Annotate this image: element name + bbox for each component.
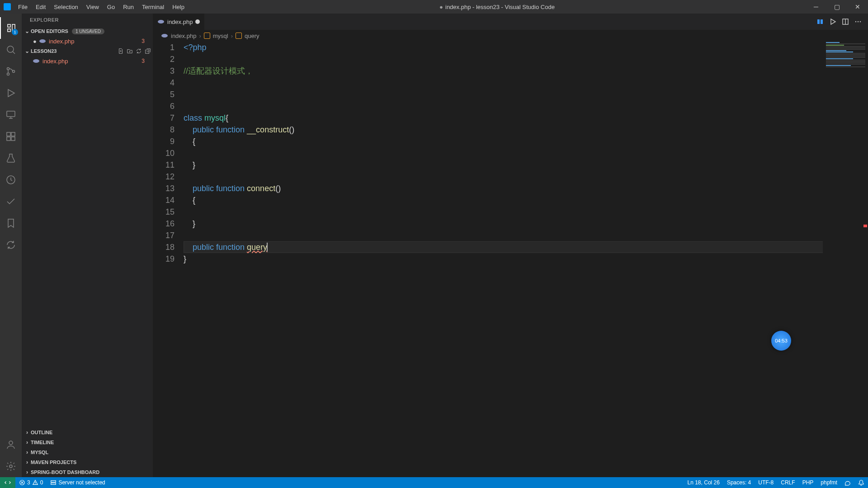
tab-bar: index.php — [153, 14, 868, 30]
status-bar: 3 0 Server not selected Ln 18, Col 26 Sp… — [0, 477, 868, 488]
maximize-button[interactable]: ▢ — [826, 0, 847, 14]
modified-dot-icon — [195, 19, 200, 24]
section-spring-boot-dashboard[interactable]: ›SPRING-BOOT DASHBOARD — [22, 467, 153, 477]
chevron-right-icon: › — [231, 33, 233, 39]
test-icon[interactable] — [0, 147, 22, 169]
svg-rect-22 — [51, 481, 56, 483]
svg-rect-6 — [11, 132, 15, 136]
svg-point-1 — [7, 68, 9, 70]
minimize-button[interactable]: ─ — [806, 0, 826, 14]
settings-gear-icon[interactable] — [0, 455, 22, 477]
menu-go[interactable]: Go — [104, 2, 118, 12]
collapse-all-icon[interactable] — [145, 48, 151, 54]
notifications-icon[interactable] — [854, 477, 868, 488]
tab-label: index.php — [167, 19, 193, 25]
class-symbol-icon — [204, 33, 210, 39]
menu-file[interactable]: File — [14, 2, 31, 12]
formatter[interactable]: phpfmt — [817, 477, 841, 488]
activity-bar: 1 — [0, 14, 22, 477]
remote-indicator[interactable] — [0, 477, 15, 488]
clock-icon[interactable] — [0, 169, 22, 191]
chevron-down-icon: ⌄ — [24, 48, 31, 54]
close-button[interactable]: ✕ — [847, 0, 868, 14]
menu-help[interactable]: Help — [169, 2, 188, 12]
chevron-down-icon: ⌄ — [24, 28, 31, 34]
editor-actions — [816, 14, 868, 30]
warning-count: 0 — [40, 479, 43, 486]
feedback-icon[interactable] — [841, 477, 854, 488]
breadcrumbs[interactable]: index.php › mysql › query — [153, 30, 868, 42]
open-editors-header[interactable]: ⌄ OPEN EDITORS 1 UNSAVED — [22, 26, 153, 36]
svg-rect-5 — [7, 132, 10, 136]
extensions-icon[interactable] — [0, 126, 22, 147]
menu-run[interactable]: Run — [119, 2, 137, 12]
refresh-icon[interactable] — [0, 234, 22, 256]
error-count: 3 — [142, 38, 145, 44]
problems-indicator[interactable]: 3 0 — [15, 477, 47, 488]
error-count: 3 — [142, 58, 145, 64]
svg-point-20 — [161, 34, 168, 38]
bookmark-icon[interactable] — [0, 212, 22, 234]
chevron-right-icon: › — [199, 33, 201, 39]
unsaved-badge: 1 UNSAVED — [72, 28, 104, 34]
language-mode[interactable]: PHP — [799, 477, 817, 488]
workspace-actions — [118, 48, 151, 54]
menu-view[interactable]: View — [83, 2, 103, 12]
workspace-label: LESSON23 — [31, 48, 57, 54]
split-editor-icon[interactable] — [842, 18, 849, 25]
chevron-right-icon: › — [24, 469, 31, 475]
section-outline[interactable]: ›OUTLINE — [22, 427, 153, 437]
breadcrumb-file[interactable]: index.php — [171, 33, 196, 39]
more-icon[interactable] — [854, 18, 862, 25]
chevron-right-icon: › — [24, 459, 31, 465]
account-icon[interactable] — [0, 434, 22, 455]
indentation[interactable]: Spaces: 4 — [723, 477, 755, 488]
new-file-icon[interactable] — [118, 48, 124, 54]
breadcrumb-method[interactable]: query — [245, 33, 259, 39]
file-name: index.php — [49, 38, 74, 45]
open-editor-item[interactable]: ● index.php 3 — [22, 36, 153, 46]
editor-tab[interactable]: index.php — [153, 14, 205, 30]
section-mysql[interactable]: ›MYSQL — [22, 447, 153, 457]
source-control-icon[interactable] — [0, 61, 22, 82]
file-tree-item[interactable]: index.php 3 — [22, 56, 153, 66]
menu-edit[interactable]: Edit — [32, 2, 49, 12]
section-timeline[interactable]: ›TIMELINE — [22, 437, 153, 447]
title-bar: FileEditSelectionViewGoRunTerminalHelp ●… — [0, 0, 868, 14]
chevron-right-icon: › — [24, 429, 31, 436]
section-maven-projects[interactable]: ›MAVEN PROJECTS — [22, 457, 153, 467]
breadcrumb-class[interactable]: mysql — [213, 33, 228, 39]
explorer-icon[interactable]: 1 — [0, 17, 22, 39]
new-folder-icon[interactable] — [127, 48, 133, 54]
svg-rect-8 — [11, 137, 15, 141]
code-content[interactable]: <?php//适配器设计模式，class mysql{ public funct… — [184, 42, 868, 477]
compare-icon[interactable] — [816, 18, 824, 25]
eol[interactable]: CRLF — [777, 477, 798, 488]
workspace-header[interactable]: ⌄ LESSON23 — [22, 46, 153, 56]
run-icon[interactable] — [829, 18, 836, 25]
svg-point-0 — [7, 46, 14, 52]
encoding[interactable]: UTF-8 — [755, 477, 777, 488]
minimap[interactable] — [823, 42, 868, 477]
modified-dot-icon: ● — [439, 4, 443, 10]
code-editor[interactable]: 12345678910111213141516171819 <?php//适配器… — [153, 42, 868, 477]
file-name: index.php — [42, 58, 68, 65]
timer-overlay: 04:53 — [771, 331, 791, 351]
menu-terminal[interactable]: Terminal — [138, 2, 168, 12]
svg-point-18 — [858, 21, 859, 22]
check-icon[interactable] — [0, 191, 22, 212]
overview-ruler[interactable] — [862, 42, 868, 477]
window-title: ● index.php - lesson23 - Visual Studio C… — [188, 4, 806, 10]
refresh-icon[interactable] — [136, 48, 142, 54]
run-debug-icon[interactable] — [0, 82, 22, 104]
remote-explorer-icon[interactable] — [0, 104, 22, 126]
server-selector[interactable]: Server not selected — [47, 477, 108, 488]
search-icon[interactable] — [0, 39, 22, 61]
menu-selection[interactable]: Selection — [50, 2, 81, 12]
explorer-badge: 1 — [12, 29, 18, 35]
chevron-right-icon: › — [24, 439, 31, 446]
cursor-position[interactable]: Ln 18, Col 26 — [684, 477, 723, 488]
editor-area: index.php index.php › mysql › query 1234… — [153, 14, 868, 477]
svg-rect-23 — [51, 483, 56, 485]
svg-rect-4 — [7, 111, 15, 117]
